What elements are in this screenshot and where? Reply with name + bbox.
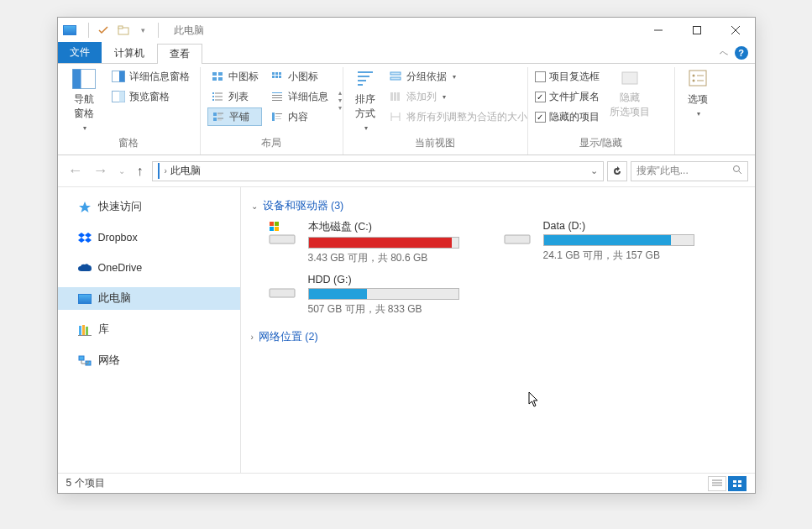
details-view-button[interactable] — [708, 476, 726, 491]
titlebar: ▾ 此电脑 — [58, 18, 755, 43]
svg-rect-90 — [738, 484, 741, 487]
dropbox-icon — [78, 231, 92, 244]
drive-item[interactable]: HDD (G:) 507 GB 可用，共 833 GB — [266, 274, 485, 317]
layout-scroll-up[interactable]: ▴ — [338, 89, 342, 97]
ribbon: 导航窗格 ▾ 详细信息窗格 预览窗格 窗格 — [58, 64, 755, 155]
checkbox-file-extensions[interactable]: ✓文件扩展名 — [535, 87, 600, 106]
svg-marker-62 — [79, 202, 91, 212]
drive-icon — [501, 220, 535, 247]
layout-content[interactable]: 内容 — [267, 107, 332, 126]
breadcrumb-thispc[interactable]: 此电脑 — [167, 164, 204, 178]
search-input[interactable]: 搜索"此电... — [631, 161, 748, 181]
svg-rect-21 — [215, 100, 223, 101]
svg-point-57 — [692, 80, 694, 82]
drive-capacity-bar — [308, 288, 459, 300]
svg-rect-35 — [272, 95, 282, 96]
address-dropdown[interactable]: ⌄ — [590, 165, 598, 176]
ribbon-collapse-button[interactable]: へ — [720, 47, 728, 59]
drive-icon — [266, 220, 300, 247]
qat-customize[interactable]: ▾ — [134, 21, 153, 39]
checkbox-item-checkboxes[interactable]: 项目复选框 — [535, 67, 600, 86]
library-icon — [78, 323, 92, 337]
refresh-button[interactable] — [607, 161, 627, 181]
drive-name: Data (D:) — [543, 220, 720, 232]
nav-forward-button: → — [90, 160, 112, 181]
section-network[interactable]: › 网络位置 (2) — [251, 327, 745, 348]
svg-rect-9 — [119, 71, 125, 82]
chevron-right-icon: › — [251, 333, 254, 342]
add-columns-button: 添加列▾ — [385, 87, 531, 106]
pc-icon — [78, 292, 92, 306]
sidebar-item-label: OneDrive — [98, 262, 143, 274]
svg-rect-24 — [217, 115, 222, 116]
options-button[interactable]: 选项 ▾ — [682, 67, 714, 136]
svg-rect-88 — [738, 480, 741, 483]
layout-medium-icons[interactable]: 中图标 — [207, 67, 262, 86]
svg-rect-39 — [275, 113, 282, 114]
svg-rect-81 — [275, 227, 279, 231]
sidebar-item-thispc[interactable]: 此电脑 — [58, 287, 240, 310]
svg-rect-23 — [217, 113, 223, 114]
svg-rect-15 — [218, 77, 223, 81]
drive-capacity-bar — [543, 234, 694, 246]
group-by-button[interactable]: 分组依据▾ — [385, 67, 531, 86]
minimize-button[interactable] — [639, 18, 678, 43]
svg-rect-13 — [218, 72, 223, 76]
svg-rect-50 — [397, 92, 400, 101]
drive-item[interactable]: 本地磁盘 (C:) 3.43 GB 可用，共 80.6 GB — [266, 220, 485, 265]
ribbon-group-showhide-label: 显示/隐藏 — [535, 134, 668, 155]
qat-new-folder[interactable] — [114, 21, 133, 39]
preview-pane-button[interactable]: 预览窗格 — [108, 87, 193, 106]
close-button[interactable] — [716, 18, 755, 43]
svg-rect-14 — [212, 77, 217, 81]
details-pane-button[interactable]: 详细信息窗格 — [108, 67, 193, 86]
qat-properties[interactable] — [94, 21, 113, 39]
drive-status: 3.43 GB 可用，共 80.6 GB — [308, 251, 485, 265]
svg-rect-71 — [79, 356, 84, 360]
sidebar-item-label: 库 — [98, 322, 109, 337]
tab-file[interactable]: 文件 — [58, 42, 102, 63]
tab-computer[interactable]: 计算机 — [102, 43, 157, 63]
sidebar-item-quickaccess[interactable]: 快速访问 — [58, 196, 240, 218]
layout-tiles[interactable]: 平铺 — [207, 107, 262, 126]
layout-list[interactable]: 列表 — [207, 87, 262, 106]
section-devices[interactable]: ⌄ 设备和驱动器 (3) — [251, 196, 745, 217]
svg-marker-66 — [85, 238, 92, 243]
svg-rect-25 — [213, 118, 217, 121]
help-icon[interactable]: ? — [735, 46, 748, 60]
nav-up-button[interactable]: ↑ — [132, 162, 149, 181]
sort-by-button[interactable]: 排序方式 ▾ — [350, 67, 380, 134]
address-bar[interactable]: › 此电脑 ⌄ — [152, 161, 604, 181]
tab-view[interactable]: 查看 — [157, 44, 202, 64]
icons-view-button[interactable] — [728, 476, 747, 491]
statusbar: 5 个项目 — [58, 473, 755, 493]
sidebar-item-label: 网络 — [98, 354, 120, 368]
svg-rect-70 — [78, 335, 92, 336]
svg-rect-31 — [272, 76, 275, 78]
sidebar-item-dropbox[interactable]: Dropbox — [58, 227, 240, 249]
drive-item[interactable]: Data (D:) 24.1 GB 可用，共 157 GB — [501, 220, 720, 265]
checkbox-hidden-items[interactable]: ✓隐藏的项目 — [535, 107, 600, 126]
layout-scroll-down[interactable]: ▾ — [338, 97, 342, 104]
explorer-window: ▾ 此电脑 文件 计算机 查看 へ ? 导航窗格 ▾ — [57, 17, 756, 494]
nav-recent-button[interactable]: ⌄ — [115, 165, 128, 177]
navigation-pane-button[interactable]: 导航窗格 ▾ — [65, 67, 103, 134]
sidebar-item-libraries[interactable]: 库 — [58, 318, 240, 341]
svg-rect-12 — [212, 72, 217, 76]
svg-rect-43 — [358, 76, 369, 77]
svg-rect-78 — [270, 222, 274, 226]
layout-gallery-open[interactable]: ▾ — [338, 104, 342, 112]
sidebar-item-network[interactable]: 网络 — [58, 349, 240, 372]
svg-rect-29 — [275, 72, 278, 75]
layout-details[interactable]: 详细信息 — [267, 87, 332, 106]
drive-status: 507 GB 可用，共 833 GB — [308, 302, 485, 317]
layout-small-icons[interactable]: 小图标 — [267, 67, 332, 86]
svg-marker-65 — [78, 238, 85, 243]
svg-rect-44 — [358, 80, 366, 81]
maximize-button[interactable] — [678, 18, 716, 43]
svg-rect-76 — [270, 235, 295, 244]
svg-rect-54 — [622, 72, 637, 84]
sidebar-item-onedrive[interactable]: OneDrive — [58, 257, 240, 279]
svg-rect-48 — [390, 92, 393, 101]
nav-back-button[interactable]: ← — [65, 160, 86, 181]
